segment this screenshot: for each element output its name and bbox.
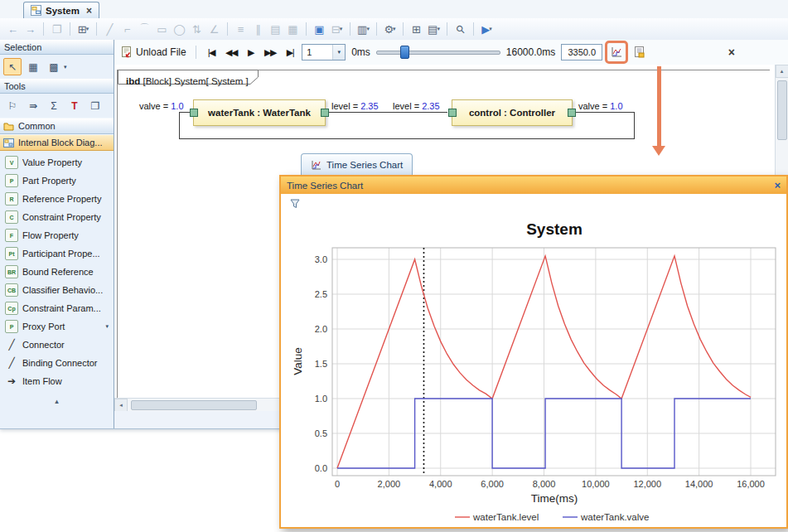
combo-caret-icon[interactable]: ▾ — [332, 45, 345, 60]
arc-tool-icon[interactable]: ⌒ — [137, 21, 152, 37]
category-internal-block-diagram[interactable]: Internal Block Diag... — [0, 134, 114, 151]
chart-window-tab[interactable]: Time Series Chart — [301, 153, 413, 176]
sidebar-item-value-property[interactable]: VValue Property — [0, 153, 114, 172]
play-button[interactable]: ▶ — [245, 47, 256, 58]
connector-valve-stub-left[interactable] — [179, 112, 190, 113]
current-time-input[interactable]: 3350.0 — [561, 44, 602, 60]
proxy-port-caret-icon[interactable]: ▾ — [105, 323, 109, 330]
sidebar-item-item-flow[interactable]: ➔Item Flow — [0, 372, 114, 390]
table-icon: ⊞ — [412, 23, 421, 36]
text-tool-icon[interactable]: T — [65, 97, 84, 114]
search-icon[interactable]: ⚲ — [452, 21, 468, 37]
sum-tool-icon[interactable]: Σ — [45, 97, 63, 114]
connector-level[interactable] — [328, 112, 447, 113]
svg-text:waterTank.valve: waterTank.valve — [580, 512, 649, 522]
filter-icon[interactable] — [290, 199, 300, 209]
vertical-scroll-thumb[interactable] — [777, 80, 787, 140]
scroll-up-button[interactable]: ▴ — [776, 65, 788, 78]
connector-valve-left-drop[interactable] — [179, 112, 180, 139]
skip-to-start-button[interactable]: |◀ — [205, 47, 217, 58]
angle-tool-icon[interactable]: ∠ — [206, 21, 222, 37]
horizontal-scroll-thumb[interactable] — [131, 400, 257, 410]
watertank-right-port[interactable] — [321, 109, 329, 117]
time-slider-track[interactable] — [376, 51, 500, 55]
oval-tool-icon[interactable]: ◯ — [172, 21, 187, 37]
distribute-icon[interactable]: ∥ — [250, 21, 266, 37]
watertank-left-port[interactable] — [190, 109, 198, 117]
corner-tool-icon[interactable]: ⌐ — [119, 21, 135, 37]
copy-style-icon-caret[interactable]: ▾ — [340, 26, 343, 32]
skip-to-end-button[interactable]: ▶| — [284, 47, 296, 58]
line-tool-icon[interactable]: ╱ — [102, 21, 118, 37]
tab-close-icon[interactable]: × — [86, 5, 92, 17]
back-icon[interactable]: ← — [5, 21, 21, 37]
table-icon[interactable]: ⊞ — [409, 21, 424, 37]
publish-icon-caret[interactable]: ▾ — [366, 26, 370, 32]
control-right-port[interactable] — [568, 109, 576, 117]
align-icon[interactable]: ≡ — [233, 21, 249, 37]
sidebar-item-reference-property[interactable]: RReference Property — [0, 190, 114, 208]
sidebar-item-bound-reference[interactable]: BRBound Reference — [0, 263, 114, 281]
run-icon[interactable]: ▶▾ — [479, 21, 495, 37]
paste-icon[interactable]: ▣ — [312, 21, 327, 37]
part-watertank[interactable]: waterTank : WaterTank — [193, 99, 326, 126]
rect-tool-icon[interactable]: ▭ — [154, 21, 170, 37]
chart-filter-b ar — [281, 194, 786, 214]
category-common[interactable]: Common — [0, 118, 114, 134]
sidebar-item-proxy-port[interactable]: PProxy Port▾ — [0, 317, 114, 336]
layout-icon-caret[interactable]: ▾ — [86, 26, 89, 32]
route-tool-icon[interactable]: ⇅ — [189, 21, 205, 37]
view-options-icon-caret[interactable]: ▾ — [437, 26, 440, 32]
route-tool-icon[interactable]: ⇛ — [24, 97, 42, 114]
pan-tool-icon[interactable]: ⚐ — [3, 97, 22, 114]
connector-valve-stub-right[interactable] — [575, 112, 635, 113]
sidebar-item-participant-prope[interactable]: PtParticipant Prope... — [0, 244, 114, 263]
same-size-icon[interactable]: ▤ — [268, 21, 283, 37]
copy-style-icon[interactable]: ⊟▾ — [329, 21, 345, 37]
containment-icon[interactable]: ❐ — [49, 21, 65, 37]
fast-forward-button[interactable]: ▶▶ — [262, 47, 278, 58]
time-slider-thumb[interactable] — [400, 46, 409, 59]
forward-icon[interactable]: → — [22, 21, 38, 37]
sidebar-item-constraint-param[interactable]: CpConstraint Param... — [0, 299, 114, 317]
group-select-icon-caret[interactable]: ▾ — [64, 64, 67, 70]
chart-window-titlebar[interactable]: Time Series Chart × — [281, 177, 786, 194]
time-slider[interactable] — [376, 45, 500, 60]
sidebar-item-constraint-property[interactable]: CConstraint Property — [0, 208, 114, 226]
scroll-left-button[interactable]: ◂ — [114, 399, 128, 412]
simulation-close-button[interactable]: × — [728, 46, 735, 59]
label-value: 2.35 — [422, 101, 439, 111]
cursor-tool-icon[interactable]: ↖ — [3, 58, 22, 75]
sidebar: Selection ↖▦▩▾ Tools ⚐⇛ΣT❐ Common Intern… — [0, 40, 114, 428]
sidebar-item-binding-connector[interactable]: ╱Binding Connector — [0, 354, 114, 372]
part-control[interactable]: control : Controller — [452, 99, 573, 126]
trigger-select[interactable]: 1 ▾ — [302, 44, 346, 60]
time-series-chart-button[interactable] — [608, 44, 625, 60]
chart-window-close-button[interactable]: × — [774, 179, 781, 191]
document-tab-system[interactable]: System × — [23, 2, 99, 18]
sidebar-item-part-property[interactable]: PPart Property — [0, 172, 114, 190]
settings-icon-caret[interactable]: ▾ — [393, 26, 396, 32]
control-left-port[interactable] — [448, 109, 457, 117]
snap-grid-icon[interactable]: ▦ — [285, 21, 301, 37]
rewind-button[interactable]: ◀◀ — [223, 47, 239, 58]
layout-icon[interactable]: ⊞▾ — [75, 21, 91, 37]
view-options-icon[interactable]: ▤▾ — [426, 21, 442, 37]
publish-icon[interactable]: ▥▾ — [355, 21, 371, 37]
run-icon-caret[interactable]: ▾ — [489, 26, 492, 32]
marquee-tool-icon[interactable]: ▦ — [24, 58, 42, 75]
unload-file-button[interactable]: Unload File — [121, 46, 186, 58]
simulation-options-button[interactable] — [631, 44, 647, 60]
group-select-icon[interactable]: ▩ — [45, 58, 63, 75]
tools-panel-header[interactable]: Tools — [0, 79, 114, 94]
sidebar-item-classifier-behavio[interactable]: CBClassifier Behavio... — [0, 281, 114, 299]
sidebar-item-flow-property[interactable]: FFlow Property — [0, 226, 114, 244]
connector-valve-right-drop[interactable] — [634, 112, 635, 139]
overlay-tool-icon[interactable]: ❐ — [86, 97, 104, 114]
sidebar-collapse-button[interactable]: ▴ — [0, 390, 114, 410]
settings-icon[interactable]: ⚙▾ — [382, 21, 398, 37]
sidebar-item-connector[interactable]: ╱Connector — [0, 336, 114, 354]
selection-panel-header[interactable]: Selection — [0, 40, 114, 55]
back-icon: ← — [7, 23, 18, 36]
connector-valve-bottom[interactable] — [179, 138, 635, 139]
